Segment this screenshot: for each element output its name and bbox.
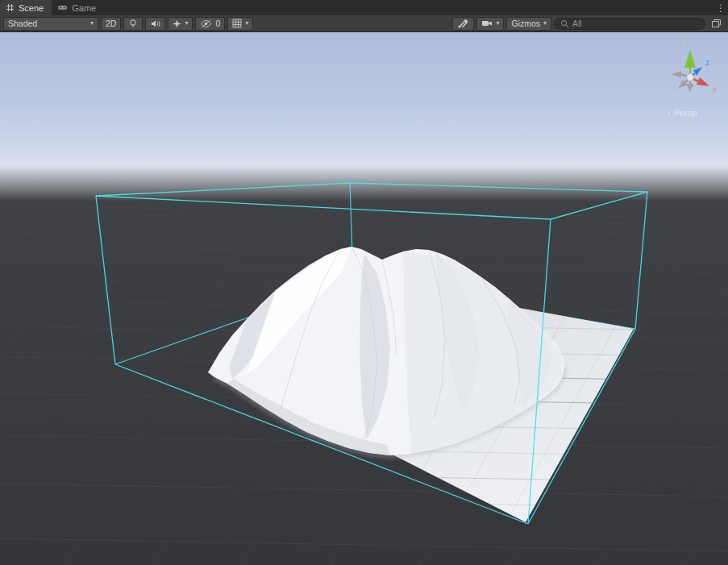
toggle-2d-button[interactable]: 2D [101,17,121,31]
light-bulb-icon [128,19,138,28]
chevron-down-icon: ▾ [90,20,94,27]
gizmos-dropdown[interactable]: Gizmos ▾ [506,17,551,31]
maximize-view-button[interactable] [708,17,725,31]
scene-visibility-button[interactable]: 0 [195,17,225,31]
draw-mode-label: Shaded [8,19,37,28]
toggle-2d-label: 2D [106,19,116,28]
scene-lighting-button[interactable] [123,17,143,31]
projection-label: Persp [674,108,697,118]
scene-viewport[interactable]: y x z ‹ Persp [0,32,728,565]
grid-icon [232,19,242,28]
scene-audio-button[interactable] [145,17,165,31]
scene-render[interactable]: y x z ‹ Persp [0,32,728,565]
gizmos-label: Gizmos [511,19,540,28]
chevron-down-icon: ▾ [185,20,188,27]
speaker-icon [150,19,160,28]
search-value: All [572,19,582,28]
tab-scene[interactable]: Scene [0,0,52,15]
eye-slash-icon [200,19,212,28]
search-icon [560,19,569,28]
game-controller-icon [57,4,68,11]
z-axis-label: z [705,58,709,67]
tab-game-label: Game [72,3,96,13]
kebab-menu-icon[interactable]: ⋮ [713,0,728,15]
tab-game[interactable]: Game [52,0,104,15]
y-axis-label: y [683,39,687,48]
effects-dropdown[interactable]: ▾ [168,17,193,31]
x-axis-label: x [713,85,717,94]
draw-mode-dropdown[interactable]: Shaded ▾ [3,17,98,31]
scene-toolbar: Shaded ▾ 2D ▾ 0 ▾ [0,15,728,32]
projection-arrow-icon: ‹ [668,108,671,118]
tab-scene-label: Scene [19,3,44,13]
chevron-down-icon: ▾ [543,20,547,27]
chevron-down-icon: ▾ [496,20,499,27]
chevron-down-icon: ▾ [245,20,248,27]
tools-wrench-icon [457,19,469,28]
gizmo-center-ball[interactable] [687,74,694,81]
effects-sparkle-icon [173,19,181,28]
scene-search-input[interactable]: All [554,18,705,30]
editor-tools-button[interactable] [452,17,474,31]
hidden-object-count: 0 [215,19,220,28]
tab-bar: Scene Game ⋮ [0,0,728,15]
camera-icon [481,19,493,27]
overlapping-windows-icon [711,19,722,28]
grid-visibility-dropdown[interactable]: ▾ [227,17,253,31]
scene-grid-icon [6,3,15,12]
scene-camera-dropdown[interactable]: ▾ [476,17,504,31]
